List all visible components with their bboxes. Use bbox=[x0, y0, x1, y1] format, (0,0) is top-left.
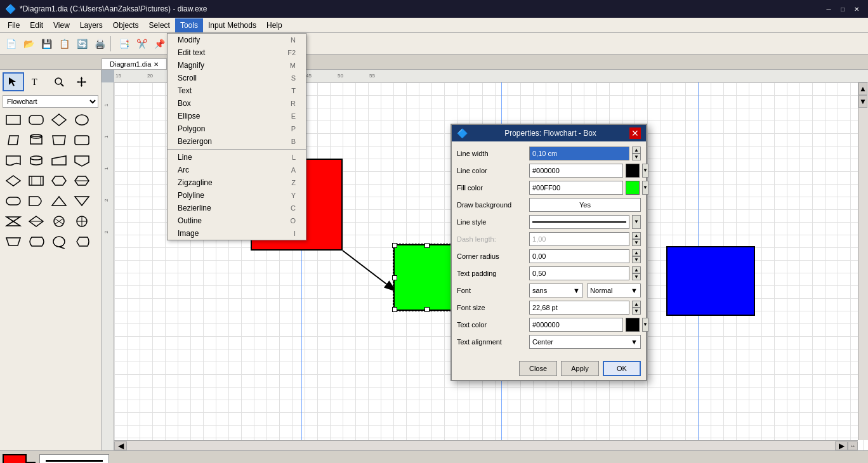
shape-extract[interactable] bbox=[48, 192, 70, 211]
shape-summing[interactable] bbox=[48, 212, 70, 231]
prop-input-dash-length[interactable] bbox=[529, 232, 629, 246]
save-button[interactable]: 💾 bbox=[38, 36, 55, 52]
menu-item-bezierline[interactable]: Bezierline C bbox=[168, 202, 306, 214]
close-button[interactable]: ✕ bbox=[850, 3, 863, 15]
diagram-tab-close[interactable]: ✕ bbox=[154, 61, 159, 68]
export-button[interactable]: 🔄 bbox=[74, 36, 90, 52]
shape-stored-data[interactable] bbox=[25, 232, 47, 251]
menu-item-box[interactable]: Box R bbox=[168, 97, 306, 110]
spin-down-dash[interactable]: ▼ bbox=[632, 239, 641, 246]
shape-rect-rounded[interactable] bbox=[71, 131, 93, 150]
menu-tools[interactable]: Tools bbox=[175, 18, 203, 32]
line-style-dropdown[interactable]: ▼ bbox=[632, 215, 641, 229]
shape-category-select[interactable]: Flowchart bbox=[3, 95, 98, 108]
menu-file[interactable]: File bbox=[3, 18, 25, 32]
dialog-apply-button[interactable]: Apply bbox=[561, 361, 599, 376]
spin-down-font-size[interactable]: ▼ bbox=[632, 308, 641, 315]
prop-font-family-dropdown[interactable]: sans ▼ bbox=[529, 284, 583, 297]
maximize-button[interactable]: □ bbox=[836, 3, 849, 15]
line-color-dropdown[interactable]: ▼ bbox=[642, 164, 648, 178]
menu-help[interactable]: Help bbox=[261, 18, 287, 32]
prop-input-text-padding[interactable] bbox=[529, 266, 629, 280]
scroll-up-button[interactable]: ▲ bbox=[858, 82, 867, 95]
tool-magnify[interactable] bbox=[48, 72, 70, 91]
prop-input-line-color[interactable] bbox=[529, 164, 623, 178]
shape-collate[interactable] bbox=[3, 212, 24, 231]
shape-trapezoid[interactable] bbox=[48, 131, 70, 150]
spin-up-corner[interactable]: ▲ bbox=[632, 249, 641, 256]
shape-parallelogram[interactable] bbox=[3, 131, 24, 150]
blue-box[interactable] bbox=[666, 246, 755, 316]
tool-move[interactable] bbox=[71, 72, 93, 91]
shape-merge[interactable] bbox=[71, 192, 93, 211]
menu-item-polygon[interactable]: Polygon P bbox=[168, 122, 306, 135]
menu-item-ellipse[interactable]: Ellipse E bbox=[168, 110, 306, 122]
menu-item-image[interactable]: Image I bbox=[168, 227, 306, 240]
fill-color-swatch[interactable] bbox=[626, 181, 640, 195]
prop-line-style-preview[interactable] bbox=[529, 215, 629, 229]
text-color-dropdown[interactable]: ▼ bbox=[642, 318, 648, 332]
shape-diamond[interactable] bbox=[48, 110, 70, 129]
shape-rounded-rect[interactable] bbox=[25, 110, 47, 129]
prop-draw-bg-button[interactable]: Yes bbox=[529, 198, 641, 212]
shape-decision[interactable] bbox=[3, 171, 24, 190]
shape-circle[interactable] bbox=[71, 110, 93, 129]
spin-up-text-padding[interactable]: ▲ bbox=[632, 266, 641, 273]
scrollbar-vertical[interactable]: ▲ ▼ bbox=[858, 82, 868, 440]
prop-input-fill-color[interactable] bbox=[529, 181, 623, 195]
menu-input-methods[interactable]: Input Methods bbox=[203, 18, 261, 32]
shape-offpage[interactable] bbox=[71, 151, 93, 170]
menu-item-line[interactable]: Line L bbox=[168, 151, 306, 164]
menu-view[interactable]: View bbox=[48, 18, 75, 32]
spin-up-font-size[interactable]: ▲ bbox=[632, 301, 641, 308]
scrollbar-horizontal[interactable]: ◀ ▶ ↔ bbox=[114, 440, 858, 450]
prop-input-line-width[interactable] bbox=[529, 147, 629, 160]
spin-up-dash[interactable]: ▲ bbox=[632, 232, 641, 239]
spin-down-corner[interactable]: ▼ bbox=[632, 256, 641, 263]
copy-button[interactable]: 📑 bbox=[115, 36, 132, 52]
menu-item-outline[interactable]: Outline O bbox=[168, 214, 306, 227]
shape-or[interactable] bbox=[71, 212, 93, 231]
new-button[interactable]: 📄 bbox=[3, 36, 19, 52]
spin-down-line-width[interactable]: ▼ bbox=[632, 153, 641, 160]
cut-button[interactable]: ✂️ bbox=[133, 36, 150, 52]
minimize-button[interactable]: ─ bbox=[822, 3, 835, 15]
menu-item-magnify[interactable]: Magnify M bbox=[168, 59, 306, 72]
print-button[interactable]: 🖨️ bbox=[91, 36, 108, 52]
tool-pointer[interactable] bbox=[3, 72, 24, 91]
shape-cylinder[interactable] bbox=[25, 131, 47, 150]
text-color-swatch[interactable] bbox=[626, 318, 640, 332]
shape-manual-op[interactable] bbox=[3, 232, 24, 251]
spin-up-line-width[interactable]: ▲ bbox=[632, 147, 641, 153]
shape-document[interactable] bbox=[3, 151, 24, 170]
shape-prep[interactable] bbox=[48, 171, 70, 190]
fg-bg-color-indicator[interactable] bbox=[3, 454, 37, 464]
menu-item-zigzagline[interactable]: Zigzagline Z bbox=[168, 176, 306, 189]
scroll-left-button[interactable]: ◀ bbox=[114, 441, 127, 450]
shape-process[interactable] bbox=[3, 110, 24, 129]
foreground-color-swatch[interactable] bbox=[3, 454, 27, 464]
fill-color-dropdown[interactable]: ▼ bbox=[642, 181, 648, 195]
prop-font-style-dropdown[interactable]: Normal ▼ bbox=[587, 284, 641, 297]
menu-layers[interactable]: Layers bbox=[75, 18, 108, 32]
prop-input-text-color[interactable] bbox=[529, 318, 623, 332]
prop-text-align-dropdown[interactable]: Center ▼ bbox=[529, 335, 641, 349]
menu-item-text[interactable]: Text T bbox=[168, 84, 306, 97]
menu-item-polyline[interactable]: Polyline Y bbox=[168, 189, 306, 202]
open-button[interactable]: 📂 bbox=[20, 36, 37, 52]
scroll-down-button[interactable]: ▼ bbox=[858, 95, 867, 108]
scroll-corner[interactable]: ↔ bbox=[848, 441, 858, 450]
menu-edit[interactable]: Edit bbox=[25, 18, 48, 32]
tool-text[interactable]: T bbox=[25, 72, 47, 91]
spin-down-text-padding[interactable]: ▼ bbox=[632, 273, 641, 280]
shape-datastore[interactable] bbox=[25, 151, 47, 170]
prop-input-font-size[interactable] bbox=[529, 301, 629, 315]
dialog-ok-button[interactable]: OK bbox=[603, 361, 641, 376]
diagram-tab-1[interactable]: Diagram1.dia ✕ bbox=[102, 58, 167, 69]
menu-objects[interactable]: Objects bbox=[108, 18, 144, 32]
shape-predefined-process[interactable] bbox=[25, 171, 47, 190]
menu-select[interactable]: Select bbox=[144, 18, 175, 32]
save-as-button[interactable]: 📋 bbox=[56, 36, 72, 52]
menu-item-beziergon[interactable]: Beziergon B bbox=[168, 135, 306, 148]
menu-item-scroll[interactable]: Scroll S bbox=[168, 72, 306, 84]
